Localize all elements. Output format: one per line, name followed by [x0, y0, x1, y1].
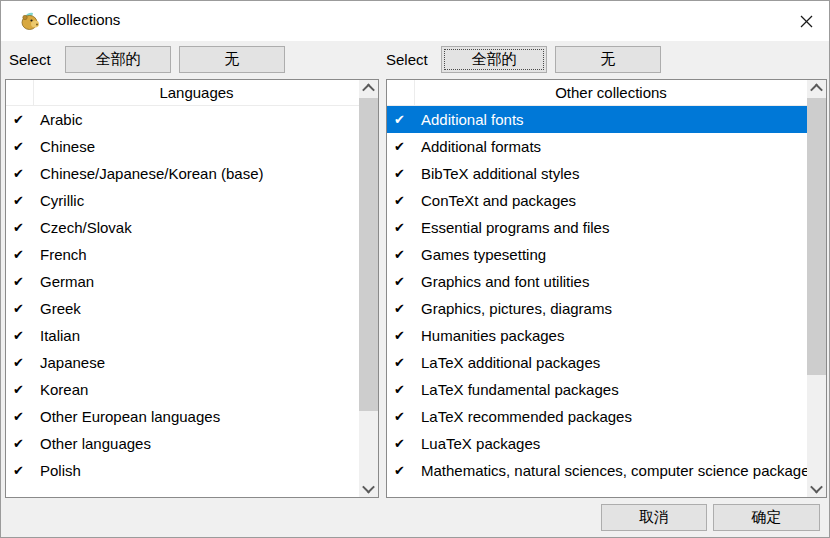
scroll-down-button[interactable]	[359, 480, 378, 497]
list-item[interactable]: ✔Japanese	[6, 349, 359, 376]
list-item-label: LuaTeX packages	[415, 435, 540, 452]
scrollbar-thumb[interactable]	[359, 98, 378, 411]
scrollbar-thumb[interactable]	[807, 98, 826, 375]
list-item-label: LaTeX additional packages	[415, 354, 600, 371]
left-select-label: Select	[9, 51, 51, 68]
list-item[interactable]: ✔LaTeX recommended packages	[387, 403, 807, 430]
checkmark-icon: ✔	[6, 247, 34, 262]
list-item-label: LaTeX recommended packages	[415, 408, 632, 425]
list-item-label: Mathematics, natural sciences, computer …	[415, 462, 807, 479]
checkmark-icon: ✔	[387, 166, 415, 181]
list-item[interactable]: ✔German	[6, 268, 359, 295]
list-item[interactable]: ✔Graphics, pictures, diagrams	[387, 295, 807, 322]
list-item-label: ConTeXt and packages	[415, 192, 576, 209]
checkmark-icon: ✔	[6, 193, 34, 208]
languages-list: Languages ✔Arabic ✔Chinese ✔Chinese/Japa…	[6, 80, 359, 497]
list-item-label: BibTeX additional styles	[415, 165, 579, 182]
checkmark-icon: ✔	[387, 355, 415, 370]
checkmark-icon: ✔	[387, 409, 415, 424]
checkmark-icon: ✔	[387, 112, 415, 127]
texlive-lion-icon	[20, 11, 41, 32]
checkmark-icon: ✔	[387, 247, 415, 262]
list-item[interactable]: ✔Korean	[6, 376, 359, 403]
list-item-selected[interactable]: ✔Additional fonts	[387, 106, 807, 133]
list-item[interactable]: ✔LuaTeX packages	[387, 430, 807, 457]
list-item[interactable]: ✔Graphics and font utilities	[387, 268, 807, 295]
checkmark-icon: ✔	[6, 436, 34, 451]
close-button[interactable]	[783, 1, 829, 41]
right-select-all-button[interactable]: 全部的	[441, 46, 547, 73]
other-collections-panel: Other collections ✔Additional fonts ✔Add…	[386, 79, 827, 498]
list-item-label: Chinese/Japanese/Korean (base)	[34, 165, 263, 182]
list-item[interactable]: ✔Other European languages	[6, 403, 359, 430]
list-item[interactable]: ✔Essential programs and files	[387, 214, 807, 241]
cancel-button[interactable]: 取消	[601, 504, 707, 531]
list-item[interactable]: ✔LaTeX additional packages	[387, 349, 807, 376]
list-item-label: Games typesetting	[415, 246, 546, 263]
list-item[interactable]: ✔Other languages	[6, 430, 359, 457]
list-item-label: Essential programs and files	[415, 219, 609, 236]
checkmark-icon: ✔	[6, 274, 34, 289]
collections-scrollbar[interactable]	[807, 80, 826, 497]
list-item[interactable]: ✔Italian	[6, 322, 359, 349]
list-item-label: Graphics, pictures, diagrams	[415, 300, 612, 317]
scroll-down-button[interactable]	[807, 480, 826, 497]
list-item-label: Other languages	[34, 435, 151, 452]
list-item[interactable]: ✔Games typesetting	[387, 241, 807, 268]
list-item[interactable]: ✔Cyrillic	[6, 187, 359, 214]
list-item[interactable]: ✔Polish	[6, 457, 359, 484]
checkmark-icon: ✔	[6, 409, 34, 424]
checkmark-icon: ✔	[6, 382, 34, 397]
list-item-label: Czech/Slovak	[34, 219, 132, 236]
list-item[interactable]: ✔Arabic	[6, 106, 359, 133]
checkmark-icon: ✔	[6, 355, 34, 370]
chevron-down-icon	[810, 481, 823, 494]
list-item[interactable]: ✔Additional formats	[387, 133, 807, 160]
checkmark-icon: ✔	[6, 328, 34, 343]
close-icon	[800, 15, 813, 28]
check-column-header	[6, 80, 34, 105]
list-item[interactable]: ✔Greek	[6, 295, 359, 322]
list-item-label: German	[34, 273, 94, 290]
titlebar[interactable]: Collections	[1, 1, 829, 41]
checkmark-icon: ✔	[387, 139, 415, 154]
right-select-label: Select	[386, 51, 428, 68]
checkmark-icon: ✔	[6, 463, 34, 478]
list-item[interactable]: ✔Humanities packages	[387, 322, 807, 349]
list-item-label: Italian	[34, 327, 80, 344]
list-item-label: Korean	[34, 381, 88, 398]
checkmark-icon: ✔	[387, 220, 415, 235]
checkmark-icon: ✔	[387, 382, 415, 397]
checkmark-icon: ✔	[387, 436, 415, 451]
languages-header-row: Languages	[6, 80, 359, 106]
list-item-label: Other European languages	[34, 408, 220, 425]
checkmark-icon: ✔	[387, 463, 415, 478]
list-item[interactable]: ✔ConTeXt and packages	[387, 187, 807, 214]
list-item-label: Humanities packages	[415, 327, 564, 344]
list-item-label: Additional formats	[415, 138, 541, 155]
ok-button[interactable]: 确定	[713, 504, 820, 531]
chevron-up-icon	[810, 84, 823, 97]
scroll-up-button[interactable]	[359, 80, 378, 97]
checkmark-icon: ✔	[387, 301, 415, 316]
list-item-label: Cyrillic	[34, 192, 84, 209]
list-item-label: Additional fonts	[415, 111, 524, 128]
left-select-all-button[interactable]: 全部的	[65, 46, 171, 73]
collections-dialog: Collections Select 全部的 无 Select 全部的 无 La…	[0, 0, 830, 538]
list-item[interactable]: ✔BibTeX additional styles	[387, 160, 807, 187]
list-item[interactable]: ✔Chinese/Japanese/Korean (base)	[6, 160, 359, 187]
checkmark-icon: ✔	[6, 112, 34, 127]
left-select-none-button[interactable]: 无	[179, 46, 285, 73]
list-item-label: French	[34, 246, 87, 263]
list-item-label: Graphics and font utilities	[415, 273, 589, 290]
languages-scrollbar[interactable]	[359, 80, 378, 497]
list-item[interactable]: ✔French	[6, 241, 359, 268]
scroll-up-button[interactable]	[807, 80, 826, 97]
list-item[interactable]: ✔Mathematics, natural sciences, computer…	[387, 457, 807, 484]
list-item[interactable]: ✔Czech/Slovak	[6, 214, 359, 241]
languages-header: Languages	[34, 80, 359, 105]
right-select-none-button[interactable]: 无	[555, 46, 661, 73]
chevron-up-icon	[362, 84, 375, 97]
list-item[interactable]: ✔LaTeX fundamental packages	[387, 376, 807, 403]
list-item[interactable]: ✔Chinese	[6, 133, 359, 160]
